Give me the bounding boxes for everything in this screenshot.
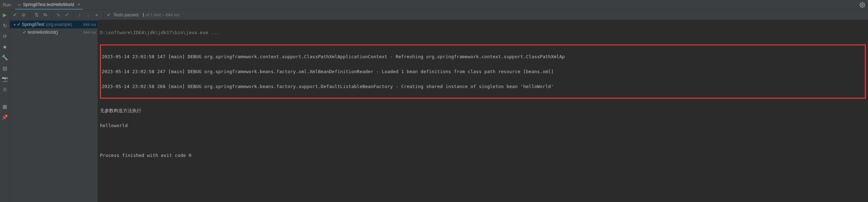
expander-icon[interactable]: ▾	[12, 23, 17, 27]
main-area: ▶ ↻ ⟳ ■ 🔧 ▤ 📷 ⎘ ▦ 📌 ✔ ⊘ ⇅ ⇆ ⤡ ⤢ ↑ ↓ » ✔ …	[0, 10, 868, 202]
test-method-name: testHelloWorld()	[28, 30, 81, 35]
tests-total: of 1 test	[145, 12, 161, 17]
stdout-line: helloworld	[100, 122, 866, 129]
exit-button[interactable]: ⎘	[4, 87, 6, 92]
separator-icon	[73, 12, 73, 18]
body-split: ▾ ✔ Spring6Test(org.example) 644 ms ✔ te…	[10, 20, 868, 202]
rerun-failed-button[interactable]: ↻	[3, 23, 7, 28]
expand-all-icon[interactable]: ⤡	[55, 12, 61, 17]
highlighted-log-region: 2023-05-14 23:02:58 147 [main] DEBUG org…	[100, 44, 866, 99]
close-tab-icon[interactable]: ×	[78, 2, 80, 7]
svg-point-0	[862, 4, 863, 6]
show-ignored-icon[interactable]: ⊘	[21, 12, 26, 17]
sort-duration-icon[interactable]: ⇆	[42, 12, 48, 17]
test-tree-item[interactable]: ✔ testHelloWorld() 644 ms	[10, 28, 97, 36]
tests-duration: – 644 ms	[161, 12, 180, 17]
prev-failed-icon[interactable]: ↑	[77, 13, 83, 17]
run-label: Run:	[3, 2, 12, 7]
log-line: 2023-05-14 23:02:58 147 [main] DEBUG org…	[102, 53, 864, 60]
log-line: 2023-05-14 23:02:58 268 [main] DEBUG org…	[102, 83, 864, 90]
pin-button[interactable]: 📌	[2, 114, 8, 120]
test-duration: 644 ms	[83, 22, 96, 27]
console-output[interactable]: D:\software\IDEA\jdk\jdk17\bin\java.exe …	[98, 20, 868, 202]
layout-button[interactable]: ▤	[2, 65, 7, 71]
test-package: (org.example)	[46, 22, 72, 27]
window-header: Run: ‹› Spring6Test.testHelloWorld ×	[0, 0, 868, 10]
tests-passed-label: Tests passed:	[113, 12, 139, 17]
stop-button[interactable]: ■	[3, 44, 6, 50]
log-line: 2023-05-14 23:02:58 247 [main] DEBUG org…	[102, 68, 864, 75]
collapse-all-icon[interactable]: ⤢	[64, 12, 69, 17]
test-tree-root[interactable]: ▾ ✔ Spring6Test(org.example) 644 ms	[10, 21, 97, 28]
content-area: ✔ ⊘ ⇅ ⇆ ⤡ ⤢ ↑ ↓ » ✔ Tests passed: 1 of 1…	[10, 10, 868, 202]
separator-icon	[30, 12, 30, 18]
screenshot-button[interactable]: 📷	[2, 76, 8, 82]
stdout-line: 无参数构造方法执行	[100, 107, 866, 114]
test-duration: 644 ms	[83, 30, 96, 34]
test-tree-panel: ▾ ✔ Spring6Test(org.example) 644 ms ✔ te…	[10, 20, 98, 202]
view-mode-button[interactable]: ▦	[2, 104, 7, 109]
separator-icon	[51, 12, 52, 18]
run-config-tab[interactable]: ‹› Spring6Test.testHelloWorld ×	[15, 0, 83, 10]
exit-code-line: Process finished with exit code 0	[100, 152, 866, 159]
toggle-autotest-button[interactable]: ⟳	[3, 33, 7, 39]
left-action-rail: ▶ ↻ ⟳ ■ 🔧 ▤ 📷 ⎘ ▦ 📌	[0, 10, 10, 202]
blank-line	[100, 137, 866, 144]
more-icon[interactable]: »	[94, 12, 100, 17]
sort-alpha-icon[interactable]: ⇅	[34, 12, 39, 17]
gear-icon	[859, 2, 865, 8]
test-config-icon: ‹›	[18, 2, 21, 7]
tests-passed-check-icon: ✔	[107, 12, 111, 17]
separator-icon	[103, 12, 103, 18]
command-line: D:\software\IDEA\jdk\jdk17\bin\java.exe …	[100, 29, 866, 36]
show-passed-icon[interactable]: ✔	[12, 12, 18, 17]
test-toolbar: ✔ ⊘ ⇅ ⇆ ⤡ ⤢ ↑ ↓ » ✔ Tests passed: 1 of 1…	[10, 10, 868, 20]
settings-button[interactable]	[859, 0, 865, 10]
dump-threads-button[interactable]: 🔧	[2, 55, 8, 60]
next-failed-icon[interactable]: ↓	[85, 13, 91, 17]
test-pass-icon: ✔	[17, 22, 21, 27]
run-config-title: Spring6Test.testHelloWorld	[23, 2, 74, 7]
test-pass-icon: ✔	[23, 30, 26, 35]
rerun-button[interactable]: ▶	[3, 12, 7, 18]
test-class-name: Spring6Test(org.example)	[22, 22, 81, 27]
